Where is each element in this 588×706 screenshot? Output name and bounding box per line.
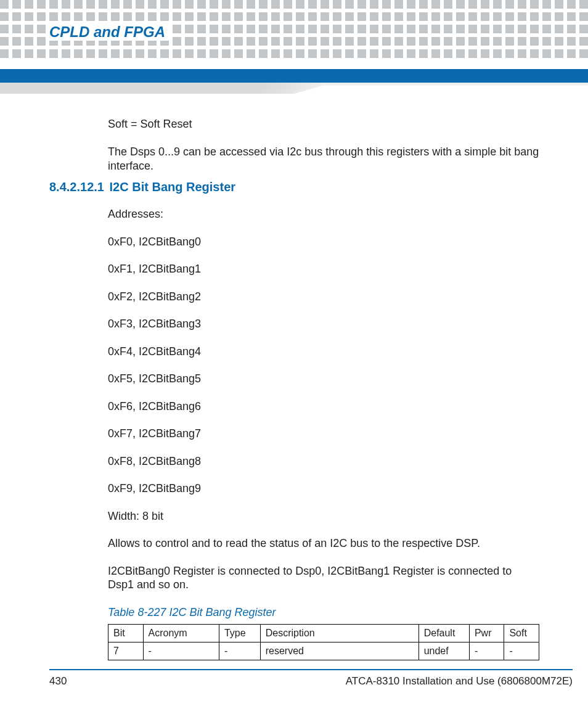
th-bit: Bit: [108, 625, 144, 642]
th-type: Type: [219, 625, 260, 642]
address-3: 0xF3, I2CBitBang3: [108, 317, 539, 331]
section-title: I2C Bit Bang Register: [110, 180, 235, 194]
paragraph-soft-reset: Soft = Soft Reset: [108, 117, 539, 131]
table-row: 7 - - reserved undef - -: [108, 642, 539, 660]
th-soft: Soft: [504, 625, 539, 642]
address-1: 0xF1, I2CBitBang1: [108, 262, 539, 276]
th-pwr: Pwr: [469, 625, 504, 642]
td-description: reserved: [260, 642, 419, 660]
address-8: 0xF8, I2CBitBang8: [108, 454, 539, 469]
th-acronym: Acronym: [143, 625, 219, 642]
address-9: 0xF9, I2CBitBang9: [108, 482, 539, 496]
td-soft: -: [504, 642, 539, 660]
section-number: 8.4.2.12.1: [49, 180, 106, 194]
td-default: undef: [419, 642, 469, 660]
desc-paragraph-2: I2CBitBang0 Register is connected to Dsp…: [108, 564, 539, 592]
desc-paragraph-1: Allows to control and to read the status…: [108, 536, 539, 551]
paragraph-intro: The Dsps 0...9 can be accessed via I2c b…: [108, 145, 539, 173]
th-default: Default: [419, 625, 469, 642]
doc-id: ATCA-8310 Installation and Use (6806800M…: [346, 675, 573, 688]
address-4: 0xF4, I2CBitBang4: [108, 345, 539, 359]
address-2: 0xF2, I2CBitBang2: [108, 290, 539, 304]
address-0: 0xF0, I2CBitBang0: [108, 235, 539, 249]
th-description: Description: [260, 625, 419, 642]
page-number: 430: [49, 675, 67, 688]
td-acronym: -: [143, 642, 219, 660]
chapter-title: CPLD and FPGA: [49, 23, 173, 41]
register-table: Bit Acronym Type Description Default Pwr…: [108, 624, 539, 660]
section-heading: 8.4.2.12.1 I2C Bit Bang Register: [49, 180, 235, 194]
address-5: 0xF5, I2CBitBang5: [108, 372, 539, 386]
td-type: -: [219, 642, 260, 660]
td-pwr: -: [469, 642, 504, 660]
address-6: 0xF6, I2CBitBang6: [108, 400, 539, 414]
addresses-label: Addresses:: [108, 207, 539, 221]
td-bit: 7: [108, 642, 144, 660]
address-7: 0xF7, I2CBitBang7: [108, 427, 539, 441]
header-blue-bar: [0, 69, 588, 83]
table-header-row: Bit Acronym Type Description Default Pwr…: [108, 625, 539, 642]
table-caption: Table 8-227 I2C Bit Bang Register: [108, 605, 539, 620]
width-line: Width: 8 bit: [108, 509, 539, 523]
footer-rule: [49, 669, 573, 670]
header-grey-wedge: [0, 83, 588, 94]
